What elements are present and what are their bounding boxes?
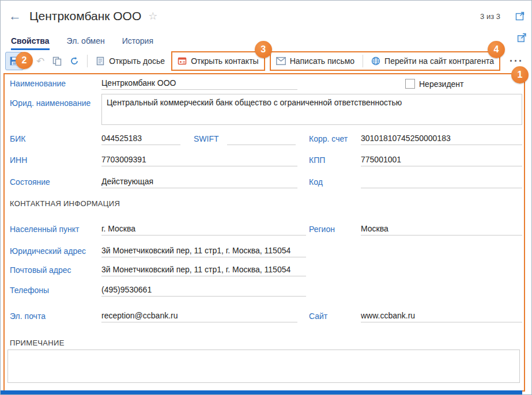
back-button[interactable]: ←	[7, 10, 22, 22]
page-title: Центркомбанк ООО	[29, 9, 141, 23]
code-input[interactable]	[361, 175, 522, 188]
annotation-badge-1: 1	[511, 66, 529, 83]
contacts-card-icon	[178, 56, 187, 66]
region-label: Регион	[309, 225, 335, 234]
swift-input[interactable]	[227, 132, 296, 145]
corr-account-input[interactable]: 30101810745250000183	[361, 132, 522, 145]
tab-history[interactable]: История	[122, 36, 153, 50]
website-label: Сайт	[309, 312, 327, 321]
phones-label: Телефоны	[10, 286, 49, 295]
counterparty-card-window: ← Центркомбанк ООО ☆ 3 из 3 Свойства Эл.…	[0, 0, 532, 395]
refresh-icon	[70, 56, 79, 66]
email-label: Эл. почта	[10, 312, 46, 321]
open-dossier-label: Открыть досье	[109, 56, 165, 66]
detach-window-glyph	[517, 33, 527, 43]
dossier-document-icon	[96, 56, 105, 66]
favorite-star-icon[interactable]: ☆	[148, 10, 157, 22]
refresh-button[interactable]	[66, 56, 83, 66]
write-letter-label: Написать письмо	[290, 56, 354, 66]
city-label: Населенный пункт	[10, 225, 79, 234]
open-contacts-label: Открыть контакты	[191, 56, 258, 66]
legal-name-textarea[interactable]: Центральный коммерческий банк общество с…	[101, 94, 522, 125]
properties-form: 1 Наименование Центркомбанк ООО Нерезиде…	[3, 73, 525, 392]
annotation-badge-4: 4	[488, 41, 505, 58]
email-input[interactable]: reception@ccbank.ru	[101, 309, 297, 322]
inn-input[interactable]: 7703009391	[101, 153, 297, 166]
copy-icon	[52, 56, 62, 66]
legal-address-input[interactable]: 3й Монетчиковский пер, 11 стр1, г. Москв…	[101, 244, 306, 257]
postal-address-input[interactable]: 3й Монетчиковский пер, 11 стр1, г. Москв…	[101, 263, 306, 276]
website-input[interactable]: www.ccbank.ru	[361, 309, 522, 322]
toolbar-separator	[363, 55, 363, 67]
bik-input[interactable]: 044525183	[101, 132, 180, 145]
contact-info-section-title: КОНТАКТНАЯ ИНФОРМАЦИЯ	[10, 199, 120, 208]
kpp-label: КПП	[309, 155, 325, 165]
note-section-title: ПРИМЕЧАНИЕ	[10, 339, 65, 347]
header: ← Центркомбанк ООО ☆ 3 из 3	[1, 1, 531, 32]
record-pager: 3 из 3	[480, 12, 500, 21]
annotation-box-contacts: Открыть контакты 3	[171, 51, 265, 71]
toolbar-separator	[87, 55, 88, 67]
postal-address-label: Почтовый адрес	[10, 265, 71, 275]
checkbox-box-icon	[405, 79, 415, 89]
open-contacts-button[interactable]: Открыть контакты	[173, 56, 262, 66]
more-actions-button[interactable]: ···	[506, 55, 527, 67]
annotation-badge-3: 3	[255, 41, 272, 58]
annotation-badge-2: 2	[16, 52, 33, 69]
inn-label: ИНН	[10, 155, 27, 165]
undo-button[interactable]: ↶	[32, 56, 48, 66]
legal-name-label: Юрид. наименование	[10, 98, 90, 108]
phones-input[interactable]: (495)9530661	[101, 283, 306, 297]
city-input[interactable]: г. Москва	[101, 222, 306, 236]
legal-address-label: Юридический адрес	[10, 246, 86, 256]
region-input[interactable]: Москва	[361, 222, 522, 236]
name-label: Наименование	[10, 79, 66, 88]
toolbar: 2 ↶ Открыть досье	[1, 50, 531, 72]
swift-label: SWIFT	[194, 134, 219, 143]
tab-electronic-exchange[interactable]: Эл. обмен	[67, 36, 105, 50]
status-label: Состояние	[10, 177, 50, 187]
open-in-new-window-icon[interactable]	[515, 12, 525, 21]
envelope-icon	[276, 57, 286, 65]
tab-properties[interactable]: Свойства	[11, 36, 50, 50]
nonresident-checkbox[interactable]: Нерезидент	[405, 79, 464, 89]
goto-counterparty-site-button[interactable]: Перейти на сайт контрагента	[367, 56, 498, 66]
nonresident-label: Нерезидент	[419, 79, 464, 89]
goto-counterparty-site-label: Перейти на сайт контрагента	[384, 56, 494, 66]
write-letter-button[interactable]: Написать письмо	[272, 56, 359, 66]
copy-button[interactable]	[48, 56, 66, 66]
open-dossier-button[interactable]: Открыть досье	[92, 56, 169, 66]
note-textarea[interactable]	[7, 350, 520, 383]
corr-account-label: Корр. счет	[309, 134, 348, 143]
globe-icon	[371, 56, 380, 66]
name-input[interactable]: Центркомбанк ООО	[101, 77, 297, 90]
annotation-box-letter-site: Написать письмо Перейти на сайт контраге…	[270, 51, 500, 71]
bik-label: БИК	[10, 134, 25, 143]
code-label: Код	[309, 177, 323, 187]
kpp-input[interactable]: 775001001	[361, 153, 522, 166]
status-input[interactable]: Действующая	[101, 175, 297, 188]
open-in-new-window-glyph	[515, 12, 525, 21]
detach-window-icon[interactable]	[517, 33, 527, 45]
horizontal-scrollbar[interactable]	[1, 390, 522, 394]
